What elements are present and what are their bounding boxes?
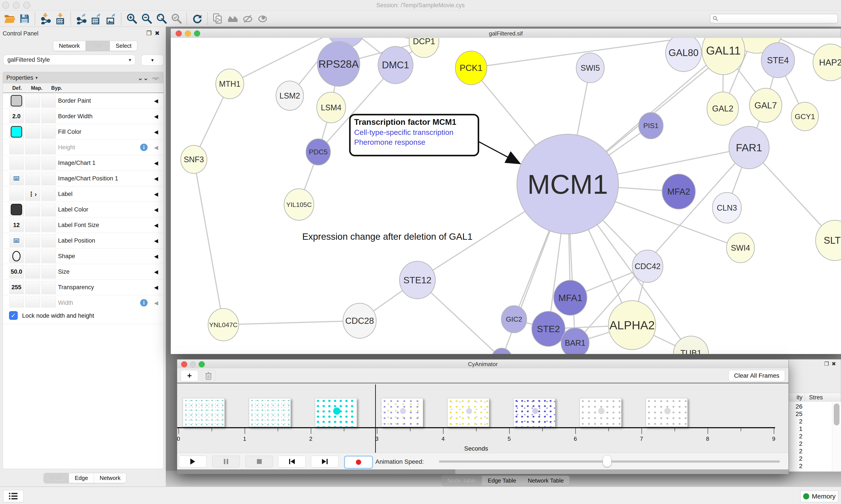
export-image-icon[interactable]	[104, 12, 118, 25]
network-node-MTH1[interactable]: MTH1	[216, 69, 244, 99]
collapse-arrow-icon[interactable]: ◀	[154, 113, 158, 120]
network-node-GAL2[interactable]: GAL2	[707, 92, 738, 125]
zoom-in-icon[interactable]	[125, 12, 139, 25]
network-node-CDC42[interactable]: CDC42	[632, 250, 663, 283]
shape-ellipse-icon[interactable]	[10, 249, 23, 264]
table-cell[interactable]: 26	[789, 403, 803, 410]
network-node-PIS1[interactable]: PIS1	[639, 112, 663, 139]
property-row-label-position[interactable]: Label Position◀	[3, 233, 163, 249]
close-panel-icon[interactable]: ✖	[155, 30, 163, 37]
network-node-DCP1[interactable]: DCP1	[409, 38, 439, 58]
pause-button[interactable]	[212, 456, 240, 467]
network-node-MCM1[interactable]: MCM1	[517, 134, 619, 234]
table-column-stress[interactable]: Stres	[809, 394, 823, 401]
table-cell[interactable]: 2	[789, 455, 803, 462]
property-row-size[interactable]: 50.0Size◀	[3, 264, 163, 280]
frame-thumbnail-8[interactable]	[646, 398, 688, 427]
network-node-RPS28A[interactable]: RPS28A	[317, 41, 360, 86]
property-row-label-color[interactable]: Label Color◀	[3, 202, 163, 217]
table-vertical-scrollbar[interactable]	[832, 402, 841, 471]
annotation-link-1[interactable]: Cell-type-specific transcription	[354, 128, 474, 137]
collapse-arrow-icon[interactable]: ◀	[154, 160, 158, 166]
annotation-box[interactable]: Transcription factor MCM1 Cell-type-spec…	[349, 114, 479, 156]
network-node-GAL7[interactable]: GAL7	[749, 88, 782, 122]
table-cell[interactable]: 1	[789, 426, 803, 432]
stop-button[interactable]	[246, 456, 273, 467]
network-node-PDC5[interactable]: PDC5	[306, 139, 330, 165]
tab-network[interactable]: Network	[53, 41, 85, 51]
float-panel-icon[interactable]: ❐	[824, 361, 831, 367]
style-selector[interactable]: galFiltered Style ▾	[3, 55, 135, 65]
table-cell[interactable]: 2	[789, 433, 803, 440]
network-node-CLN3[interactable]: CLN3	[713, 193, 741, 223]
delete-frame-button[interactable]	[201, 370, 216, 381]
timeline-playhead[interactable]	[375, 384, 376, 454]
go-to-start-button[interactable]	[278, 456, 306, 467]
import-network-icon[interactable]	[38, 12, 52, 25]
close-panel-icon[interactable]: ✖	[831, 361, 839, 367]
memory-button[interactable]: Memory	[800, 490, 838, 502]
home-icon[interactable]	[226, 12, 239, 25]
property-row-border-width[interactable]: 2.0Border Width◀	[3, 109, 163, 124]
tab-network[interactable]: Network	[94, 473, 126, 483]
network-node-MFA1[interactable]: MFA1	[554, 280, 587, 315]
add-frame-button[interactable]: +	[181, 370, 198, 381]
timeline-horizontal-scrollbar[interactable]	[177, 469, 788, 474]
network-node-YNL047C[interactable]: YNL047C	[208, 308, 239, 341]
color-swatch[interactable]	[11, 126, 22, 138]
zoom-fit-icon[interactable]	[155, 12, 168, 25]
network-node-LSM2[interactable]: LSM2	[276, 81, 304, 110]
save-session-icon[interactable]	[18, 12, 31, 25]
frame-thumbnail-5[interactable]	[447, 398, 489, 427]
network-node-SNF3[interactable]: SNF3	[181, 145, 207, 174]
property-row-image-chart-position-1[interactable]: Image/Chart Position 1◀	[3, 171, 163, 186]
network-node-FAR1[interactable]: FAR1	[729, 126, 769, 169]
network-node-YIL105C[interactable]: YIL105C	[284, 189, 314, 220]
expand-all-icon[interactable]: ⌄⌄	[138, 74, 148, 82]
style-options-button[interactable]: ▾	[141, 55, 164, 66]
annotation-link-2[interactable]: Pheromone response	[354, 138, 474, 146]
network-node-HAP2[interactable]: HAP2	[813, 44, 841, 81]
hide-glasses-icon[interactable]	[241, 12, 254, 25]
clear-all-frames-button[interactable]: Clear All Frames	[729, 370, 785, 381]
info-icon[interactable]: i	[140, 299, 148, 307]
property-row-label-font-size[interactable]: 12Label Font Size◀	[3, 217, 163, 233]
network-node-MFA2[interactable]: MFA2	[662, 174, 695, 209]
search-input[interactable]	[710, 14, 838, 23]
table-cell[interactable]: 2	[789, 418, 803, 425]
copy-view-icon[interactable]	[211, 12, 225, 25]
default-value[interactable]: 255	[10, 280, 23, 295]
collapse-arrow-icon[interactable]: ◀	[154, 300, 158, 306]
collapse-all-icon[interactable]: ᨎ	[152, 74, 160, 82]
tab-node-table[interactable]: Node Table	[442, 476, 482, 486]
go-to-end-button[interactable]	[311, 456, 339, 467]
tab-node[interactable]: Node	[44, 473, 69, 483]
cyanimator-titlebar[interactable]: CyAnimator	[177, 360, 788, 368]
network-node-BAR1[interactable]: BAR1	[561, 328, 589, 354]
default-value[interactable]: 50.0	[10, 264, 23, 280]
mapping-icon[interactable]: ⋮›	[25, 186, 40, 202]
import-table-icon[interactable]	[53, 12, 67, 25]
collapse-arrow-icon[interactable]: ◀	[154, 284, 158, 290]
frame-thumbnail-1[interactable]	[183, 398, 225, 427]
cyanimator-timeline[interactable]: 0123456789 Seconds	[177, 383, 788, 453]
network-node-SLT2[interactable]: SLT2	[816, 220, 841, 260]
tab-select[interactable]: Select	[110, 41, 137, 51]
color-swatch[interactable]	[11, 204, 22, 215]
collapse-arrow-icon[interactable]: ◀	[154, 176, 158, 182]
open-session-icon[interactable]	[3, 12, 16, 25]
frame-thumbnail-6[interactable]	[513, 398, 555, 427]
network-node-DMC1[interactable]: DMC1	[378, 47, 413, 84]
default-value[interactable]: 12	[10, 217, 23, 233]
lock-node-size-checkbox[interactable]: ✓	[9, 311, 18, 320]
property-row-image-chart-1[interactable]: Image/Chart 1◀	[3, 155, 163, 171]
chevron-down-icon[interactable]: ▾	[35, 75, 38, 80]
property-row-transparency[interactable]: 255Transparency◀	[3, 280, 163, 295]
network-node-ALPHA2[interactable]: ALPHA2	[608, 301, 656, 350]
table-cell[interactable]: 2	[789, 448, 803, 455]
color-swatch[interactable]	[11, 95, 22, 106]
collapse-arrow-icon[interactable]: ◀	[154, 144, 158, 151]
float-panel-icon[interactable]: ❐	[146, 30, 155, 37]
table-cell[interactable]: 25	[789, 411, 803, 417]
zoom-selected-icon[interactable]	[169, 12, 183, 25]
